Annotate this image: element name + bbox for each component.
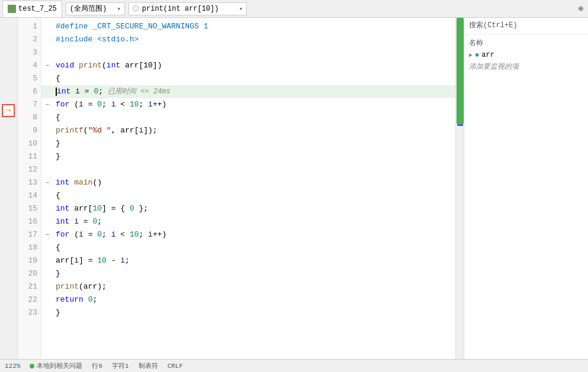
table-row: } [41,137,455,150]
code-content-5: { [53,72,455,85]
fold-gutter-19 [41,254,53,267]
code-content-12 [53,163,455,176]
table-row: #include <stdio.h> [41,33,455,46]
function-label: print(int arr[10]) [142,5,219,13]
code-editor[interactable]: #define _CRT_SECURE_NO_WARNINGS 1 #inclu… [41,18,455,359]
list-item[interactable]: ▶ ◈ arr [464,49,588,60]
watch-panel: 名称 ▶ ◈ arr 添加要监视的项 [464,34,588,75]
code-content-2: #include <stdio.h> [53,33,455,46]
col-info: 字符1 [112,361,129,370]
arrow-icon: ⇒ [5,106,11,115]
encoding-info: CRLF [168,363,183,370]
table-row: { [41,72,455,85]
left-gutter: ⇒ [0,18,18,359]
top-bar: test_7_25 (全局范围) ▾ ⬡ print(int arr[10]) … [0,0,588,18]
table-row: arr[i] = 10 - i; [41,254,455,267]
code-content-19: arr[i] = 10 - i; [53,254,455,267]
code-content-9: printf("%d ", arr[i]); [53,124,455,137]
code-content-21: print(arr); [53,280,455,293]
table-row: − void print(int arr[10]) [41,59,455,72]
scope-label: (全局范围) [70,4,107,14]
search-box: 搜索(Ctrl+E) [464,18,588,34]
scroll-position-indicator [457,124,463,126]
function-dropdown-arrow: ▾ [239,5,243,12]
table-row: } [41,267,455,280]
fold-gutter-15 [41,202,53,215]
fold-gutter-5 [41,72,53,85]
fold-gutter-12 [41,163,53,176]
current-line-indicator: ⇒ [2,104,15,117]
code-content-15: int arr[10] = { 0 }; [53,202,455,215]
line-numbers: 1 2 3 4 5 6 7 8 9 10 11 12 13 14 15 16 1… [18,18,41,359]
table-row: #define _CRT_SECURE_NO_WARNINGS 1 [41,20,455,33]
right-panel: 搜索(Ctrl+E) 名称 ▶ ◈ arr 添加要监视的项 [464,18,588,359]
code-content-3 [53,46,455,59]
code-content-22: return 0; [53,293,455,306]
tab-label: test_7_25 [18,5,57,13]
watch-var-name: arr [481,51,494,59]
table-row: print(arr); [41,280,455,293]
scope-dropdown[interactable]: (全局范围) ▾ [66,2,125,15]
fold-gutter-1 [41,20,53,33]
add-watch-label[interactable]: 添加要监视的项 [464,60,588,73]
main-area: ⇒ 1 2 3 4 5 6 7 8 9 10 11 12 13 14 15 16… [0,18,588,359]
table-row: } [41,306,455,319]
table-row: printf("%d ", arr[i]); [41,124,455,137]
fold-gutter-14 [41,189,53,202]
fold-gutter-4[interactable]: − [41,59,53,72]
fold-gutter-17[interactable]: − [41,228,53,241]
file-icon [8,5,16,13]
status-indicator: 本地到相关问题 [30,361,82,370]
scope-dropdown-arrow: ▾ [117,5,121,12]
code-content-13: int main() [53,176,455,189]
code-content-23: } [53,306,455,319]
scrollbar-thumb[interactable] [457,18,464,124]
code-content-10: } [53,137,455,150]
vertical-scrollbar[interactable] [455,18,464,359]
fold-gutter-18 [41,241,53,254]
code-content-8: { [53,111,455,124]
code-content-16: int i = 0; [53,215,455,228]
code-content-6: int i = 0;已用时间 <= 24ms [53,85,455,98]
function-dropdown[interactable]: ⬡ print(int arr[10]) ▾ [128,2,247,15]
fold-gutter-8 [41,111,53,124]
table-row: int i = 0; [41,215,455,228]
table-row: { [41,241,455,254]
status-bar: 122% 本地到相关问题 行6 字符1 制表符 CRLF [0,359,588,372]
table-row [41,46,455,59]
watch-panel-title: 名称 [464,37,588,49]
code-content-1: #define _CRT_SECURE_NO_WARNINGS 1 [53,20,455,33]
fold-gutter-2 [41,33,53,46]
fold-gutter-9 [41,124,53,137]
table-row: − int main() [41,176,455,189]
table-row: − for (i = 0; i < 10; i++) [41,228,455,241]
fold-gutter-16 [41,215,53,228]
fold-gutter-21 [41,280,53,293]
fold-gutter-7[interactable]: − [41,98,53,111]
fold-gutter-10 [41,137,53,150]
file-tab[interactable]: test_7_25 [2,1,62,17]
position-info: 行6 [92,361,102,370]
table-row: } [41,150,455,163]
pin-button[interactable]: ⊕ [576,4,586,14]
code-content-11: } [53,150,455,163]
fold-gutter-22 [41,293,53,306]
table-row [41,163,455,176]
table-row: int i = 0;已用时间 <= 24ms [41,85,455,98]
fold-gutter-20 [41,267,53,280]
table-row: − for (i = 0; i < 10; i++) [41,98,455,111]
fold-gutter-23 [41,306,53,319]
code-content-20: } [53,267,455,280]
search-label: 搜索(Ctrl+E) [469,20,583,30]
fold-gutter-13[interactable]: − [41,176,53,189]
status-dot [30,364,34,368]
table-row: int arr[10] = { 0 }; [41,202,455,215]
table-row: { [41,189,455,202]
function-icon: ⬡ [133,4,139,13]
table-row: { [41,111,455,124]
code-content-7: for (i = 0; i < 10; i++) [53,98,455,111]
fold-gutter-3 [41,46,53,59]
zoom-level: 122% [5,363,20,370]
code-content-14: { [53,189,455,202]
variable-icon: ◈ [475,50,479,59]
